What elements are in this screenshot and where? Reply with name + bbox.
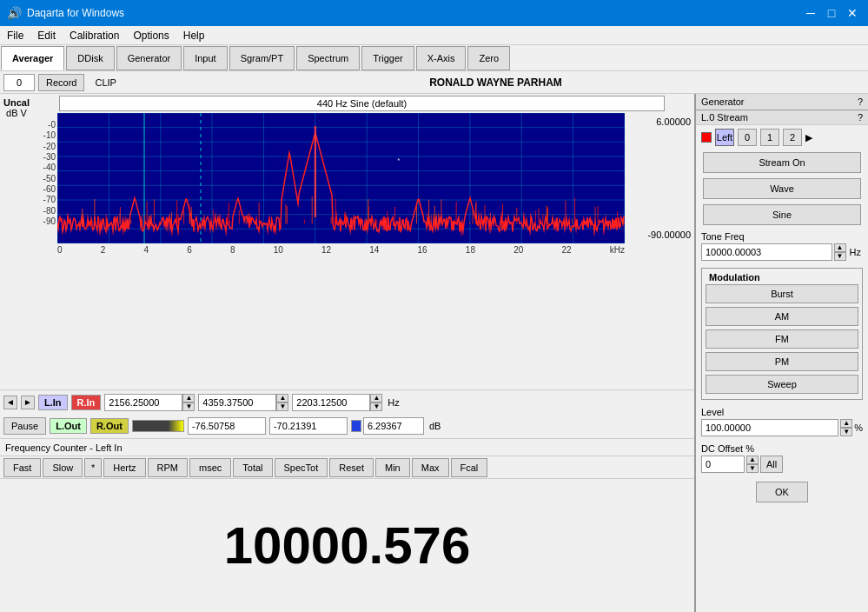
ch-btn-0[interactable]: 0 — [738, 129, 757, 146]
y-val-6: -60 — [35, 184, 56, 194]
menu-edit[interactable]: Edit — [30, 28, 63, 43]
tone-freq-label: Tone Freq — [701, 231, 863, 242]
menu-options[interactable]: Options — [126, 28, 176, 43]
tab-xaxis[interactable]: X-Axis — [416, 46, 467, 70]
freq-counter-label: Frequency Counter - Left In — [5, 442, 123, 453]
bottom-btn-row: Fast Slow * Hertz RPM msec Total SpecTot… — [0, 456, 694, 478]
btn-rpm[interactable]: RPM — [148, 458, 188, 477]
tab-zero[interactable]: Zero — [467, 46, 510, 70]
x-22: 22 — [561, 245, 571, 255]
tone-freq-unit: Hz — [848, 247, 863, 257]
db2-value[interactable]: -70.21391 — [269, 417, 348, 435]
wave-button[interactable]: Wave — [703, 178, 861, 199]
tab-generator[interactable]: Generator — [116, 46, 182, 70]
ok-button[interactable]: OK — [756, 482, 808, 502]
mod-burst[interactable]: Burst — [706, 284, 858, 303]
freq3-up[interactable]: ▲ — [370, 394, 382, 402]
menu-help[interactable]: Help — [176, 28, 212, 43]
dc-down[interactable]: ▼ — [746, 464, 759, 473]
freq1-down[interactable]: ▼ — [182, 402, 195, 411]
x-axis: 0 2 4 6 8 10 12 14 16 18 20 22 kHz — [33, 243, 694, 256]
freq2-up[interactable]: ▲ — [276, 394, 288, 402]
y-val-5: -50 — [35, 174, 56, 183]
record-button[interactable]: Record — [38, 74, 84, 91]
stream-help[interactable]: ? — [858, 112, 863, 123]
app-icon: 🔊 — [7, 6, 22, 20]
menu-file[interactable]: File — [0, 28, 30, 43]
level-up[interactable]: ▲ — [840, 419, 852, 428]
freq2-value[interactable]: 4359.37500 — [198, 394, 276, 411]
freq1-value[interactable]: 2156.25000 — [104, 394, 182, 411]
minimize-button[interactable]: ─ — [802, 4, 819, 22]
freq1-up[interactable]: ▲ — [182, 394, 195, 402]
big-freq-value: 10000.576 — [224, 516, 471, 575]
mod-sweep[interactable]: Sweep — [706, 375, 858, 394]
btn-fcal[interactable]: Fcal — [451, 458, 488, 477]
stream-title: L.0 Stream — [701, 112, 748, 123]
freq3-down[interactable]: ▼ — [370, 402, 382, 411]
level-down[interactable]: ▼ — [840, 428, 852, 436]
btn-slow[interactable]: Slow — [43, 458, 83, 477]
btn-total[interactable]: Total — [233, 458, 272, 477]
tab-sgrampt[interactable]: Sgram/PT — [229, 46, 295, 70]
dc-up[interactable]: ▲ — [746, 456, 759, 464]
spectrum-title: 440 Hz Sine (default) — [59, 96, 665, 111]
sub-input[interactable] — [3, 74, 35, 91]
close-button[interactable]: ✕ — [844, 4, 861, 22]
ch-btn-left[interactable]: Left — [715, 129, 734, 146]
btn-reset[interactable]: Reset — [329, 458, 374, 477]
tone-freq-input[interactable] — [701, 243, 832, 261]
btn-max[interactable]: Max — [412, 458, 449, 477]
tab-input[interactable]: Input — [183, 46, 227, 70]
pause-button[interactable]: Pause — [3, 417, 46, 435]
level-input[interactable] — [701, 419, 838, 436]
chan-rin[interactable]: R.In — [71, 395, 102, 410]
chan-rout[interactable]: R.Out — [90, 418, 129, 434]
db3-value[interactable]: 6.29367 — [363, 417, 424, 435]
x-18: 18 — [466, 245, 475, 255]
ch-btn-1[interactable]: 1 — [760, 129, 779, 146]
chan-lout[interactable]: L.Out — [50, 418, 87, 434]
btn-hertz[interactable]: Hertz — [103, 458, 145, 477]
btn-spectot[interactable]: SpecTot — [275, 458, 328, 477]
freq3-value[interactable]: 2203.12500 — [292, 394, 370, 411]
menu-bar: File Edit Calibration Options Help — [0, 26, 868, 45]
tone-freq-up[interactable]: ▲ — [834, 243, 846, 252]
generator-help[interactable]: ? — [858, 96, 863, 107]
tab-spectrum[interactable]: Spectrum — [296, 46, 360, 70]
mod-pm[interactable]: PM — [706, 352, 858, 371]
btn-msec[interactable]: msec — [189, 458, 231, 477]
tab-averager[interactable]: Averager — [1, 46, 64, 70]
all-button[interactable]: All — [760, 456, 783, 473]
y-val-4: -40 — [35, 163, 56, 172]
x-20: 20 — [514, 245, 523, 255]
mod-am[interactable]: AM — [706, 307, 858, 326]
menu-calibration[interactable]: Calibration — [63, 28, 126, 43]
freq1-group: 2156.25000 ▲ ▼ — [104, 394, 195, 411]
generator-title: Generator — [701, 96, 745, 107]
btn-fast[interactable]: Fast — [3, 458, 41, 477]
tab-ddisk[interactable]: DDisk — [66, 46, 114, 70]
freq2-down[interactable]: ▼ — [276, 402, 288, 411]
y-val-3: -30 — [35, 152, 56, 162]
tone-freq-down[interactable]: ▼ — [834, 252, 846, 261]
btn-min[interactable]: Min — [375, 458, 410, 477]
y-val-7: -70 — [35, 195, 56, 204]
y-val-1: -10 — [35, 130, 56, 140]
nav-left[interactable]: ◄ — [3, 396, 17, 409]
uncal-label: Uncal — [3, 97, 30, 108]
chan-lin[interactable]: L.In — [38, 395, 68, 410]
dc-offset-input[interactable] — [701, 456, 745, 473]
db1-value[interactable]: -76.50758 — [188, 417, 266, 435]
sine-button[interactable]: Sine — [703, 204, 861, 225]
channel-row: Left 0 1 2 ▶ — [696, 125, 868, 150]
btn-star[interactable]: * — [84, 458, 102, 477]
tab-trigger[interactable]: Trigger — [361, 46, 414, 70]
maximize-button[interactable]: □ — [823, 4, 840, 22]
y-axis-label-area: Uncal dB V — [0, 94, 33, 118]
mod-fm[interactable]: FM — [706, 329, 858, 349]
ch-btn-2[interactable]: 2 — [783, 129, 802, 146]
level-bar-1 — [132, 420, 184, 432]
stream-on-button[interactable]: Stream On — [703, 152, 861, 173]
nav-right[interactable]: ► — [21, 396, 35, 409]
